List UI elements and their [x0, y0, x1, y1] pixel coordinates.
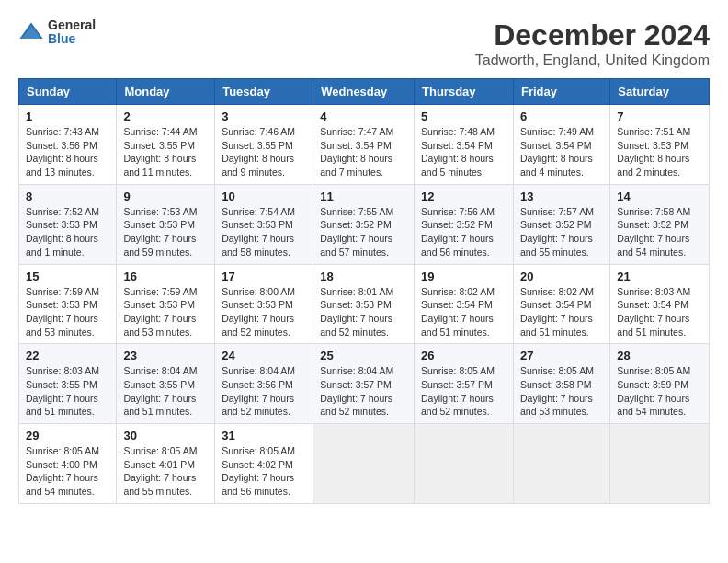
page-header: General Blue December 2024 Tadworth, Eng… [18, 18, 710, 69]
day-info: Sunrise: 7:47 AMSunset: 3:54 PMDaylight:… [320, 125, 407, 179]
weekday-header-saturday: Saturday [610, 79, 710, 105]
calendar-cell: 14Sunrise: 7:58 AMSunset: 3:52 PMDayligh… [610, 184, 710, 264]
calendar-cell: 11Sunrise: 7:55 AMSunset: 3:52 PMDayligh… [313, 184, 415, 264]
day-number: 23 [123, 349, 208, 362]
calendar-cell [313, 424, 415, 504]
day-info: Sunrise: 7:51 AMSunset: 3:53 PMDaylight:… [617, 125, 702, 179]
day-number: 1 [26, 109, 109, 123]
day-info: Sunrise: 7:54 AMSunset: 3:53 PMDaylight:… [222, 205, 306, 259]
day-number: 15 [26, 270, 109, 283]
calendar-cell: 15Sunrise: 7:59 AMSunset: 3:53 PMDayligh… [19, 264, 117, 344]
day-number: 8 [26, 190, 109, 203]
calendar-cell: 28Sunrise: 8:05 AMSunset: 3:59 PMDayligh… [610, 344, 710, 424]
calendar-cell: 24Sunrise: 8:04 AMSunset: 3:56 PMDayligh… [215, 344, 313, 424]
day-number: 18 [320, 270, 407, 283]
day-info: Sunrise: 7:53 AMSunset: 3:53 PMDaylight:… [123, 205, 208, 259]
calendar-cell: 10Sunrise: 7:54 AMSunset: 3:53 PMDayligh… [215, 184, 313, 264]
day-info: Sunrise: 7:56 AMSunset: 3:52 PMDaylight:… [421, 205, 506, 259]
logo-text: General Blue [48, 18, 96, 47]
calendar-cell: 13Sunrise: 7:57 AMSunset: 3:52 PMDayligh… [513, 184, 609, 264]
day-info: Sunrise: 7:43 AMSunset: 3:56 PMDaylight:… [26, 125, 109, 179]
day-info: Sunrise: 8:05 AMSunset: 4:01 PMDaylight:… [123, 444, 208, 499]
day-info: Sunrise: 8:03 AMSunset: 3:55 PMDaylight:… [26, 364, 109, 419]
day-info: Sunrise: 7:55 AMSunset: 3:52 PMDaylight:… [320, 205, 407, 259]
calendar-week-row: 1Sunrise: 7:43 AMSunset: 3:56 PMDaylight… [19, 105, 710, 185]
day-info: Sunrise: 8:02 AMSunset: 3:54 PMDaylight:… [520, 285, 603, 339]
calendar-cell: 16Sunrise: 7:59 AMSunset: 3:53 PMDayligh… [117, 264, 215, 344]
calendar-cell: 2Sunrise: 7:44 AMSunset: 3:55 PMDaylight… [117, 105, 215, 185]
day-number: 12 [421, 190, 506, 203]
day-info: Sunrise: 8:04 AMSunset: 3:57 PMDaylight:… [320, 364, 407, 419]
day-number: 16 [123, 270, 208, 283]
day-number: 21 [617, 270, 702, 283]
day-number: 6 [520, 109, 603, 123]
day-number: 30 [123, 429, 208, 442]
logo-general: General [48, 18, 96, 32]
calendar-cell: 26Sunrise: 8:05 AMSunset: 3:57 PMDayligh… [415, 344, 514, 424]
weekday-header-monday: Monday [117, 79, 215, 105]
day-info: Sunrise: 7:49 AMSunset: 3:54 PMDaylight:… [520, 125, 603, 179]
day-info: Sunrise: 8:01 AMSunset: 3:53 PMDaylight:… [320, 285, 407, 339]
day-number: 2 [123, 109, 208, 123]
calendar-cell: 5Sunrise: 7:48 AMSunset: 3:54 PMDaylight… [415, 105, 514, 185]
day-info: Sunrise: 8:04 AMSunset: 3:55 PMDaylight:… [123, 364, 208, 419]
day-number: 4 [320, 109, 407, 123]
logo-blue: Blue [48, 32, 96, 46]
day-number: 28 [617, 349, 702, 362]
calendar-cell: 29Sunrise: 8:05 AMSunset: 4:00 PMDayligh… [19, 424, 117, 504]
day-number: 14 [617, 190, 702, 203]
calendar-cell: 21Sunrise: 8:03 AMSunset: 3:54 PMDayligh… [610, 264, 710, 344]
day-number: 25 [320, 349, 407, 362]
day-number: 22 [26, 349, 109, 362]
calendar-cell: 23Sunrise: 8:04 AMSunset: 3:55 PMDayligh… [117, 344, 215, 424]
day-number: 26 [421, 349, 506, 362]
weekday-header-wednesday: Wednesday [313, 79, 415, 105]
day-info: Sunrise: 7:44 AMSunset: 3:55 PMDaylight:… [123, 125, 208, 179]
weekday-header-friday: Friday [513, 79, 609, 105]
weekday-header-sunday: Sunday [19, 79, 117, 105]
day-number: 24 [222, 349, 306, 362]
calendar-week-row: 29Sunrise: 8:05 AMSunset: 4:00 PMDayligh… [19, 424, 710, 504]
day-number: 29 [26, 429, 109, 442]
day-info: Sunrise: 7:57 AMSunset: 3:52 PMDaylight:… [520, 205, 603, 259]
day-info: Sunrise: 7:46 AMSunset: 3:55 PMDaylight:… [222, 125, 306, 179]
title-block: December 2024 Tadworth, England, United … [475, 18, 710, 69]
weekday-header-thursday: Thursday [415, 79, 514, 105]
calendar-cell [513, 424, 609, 504]
day-number: 7 [617, 109, 702, 123]
day-info: Sunrise: 8:05 AMSunset: 3:58 PMDaylight:… [520, 364, 603, 419]
day-number: 3 [222, 109, 306, 123]
day-info: Sunrise: 7:52 AMSunset: 3:53 PMDaylight:… [26, 205, 109, 259]
logo-icon [18, 19, 44, 45]
calendar-cell: 17Sunrise: 8:00 AMSunset: 3:53 PMDayligh… [215, 264, 313, 344]
day-number: 20 [520, 270, 603, 283]
calendar-cell [415, 424, 514, 504]
day-number: 10 [222, 190, 306, 203]
day-number: 31 [222, 429, 306, 442]
calendar-cell: 12Sunrise: 7:56 AMSunset: 3:52 PMDayligh… [415, 184, 514, 264]
day-number: 9 [123, 190, 208, 203]
calendar-cell: 8Sunrise: 7:52 AMSunset: 3:53 PMDaylight… [19, 184, 117, 264]
day-number: 13 [520, 190, 603, 203]
calendar-week-row: 15Sunrise: 7:59 AMSunset: 3:53 PMDayligh… [19, 264, 710, 344]
calendar: SundayMondayTuesdayWednesdayThursdayFrid… [18, 78, 710, 504]
day-info: Sunrise: 8:00 AMSunset: 3:53 PMDaylight:… [222, 285, 306, 339]
calendar-cell: 9Sunrise: 7:53 AMSunset: 3:53 PMDaylight… [117, 184, 215, 264]
day-info: Sunrise: 7:59 AMSunset: 3:53 PMDaylight:… [123, 285, 208, 339]
calendar-cell: 7Sunrise: 7:51 AMSunset: 3:53 PMDaylight… [610, 105, 710, 185]
day-info: Sunrise: 8:02 AMSunset: 3:54 PMDaylight:… [421, 285, 506, 339]
calendar-cell: 6Sunrise: 7:49 AMSunset: 3:54 PMDaylight… [513, 105, 609, 185]
location: Tadworth, England, United Kingdom [475, 52, 710, 69]
day-info: Sunrise: 8:04 AMSunset: 3:56 PMDaylight:… [222, 364, 306, 419]
calendar-cell: 31Sunrise: 8:05 AMSunset: 4:02 PMDayligh… [215, 424, 313, 504]
day-info: Sunrise: 8:05 AMSunset: 3:57 PMDaylight:… [421, 364, 506, 419]
day-info: Sunrise: 8:05 AMSunset: 3:59 PMDaylight:… [617, 364, 702, 419]
calendar-week-row: 8Sunrise: 7:52 AMSunset: 3:53 PMDaylight… [19, 184, 710, 264]
calendar-cell: 22Sunrise: 8:03 AMSunset: 3:55 PMDayligh… [19, 344, 117, 424]
weekday-header-tuesday: Tuesday [215, 79, 313, 105]
day-number: 27 [520, 349, 603, 362]
calendar-cell: 19Sunrise: 8:02 AMSunset: 3:54 PMDayligh… [415, 264, 514, 344]
day-number: 17 [222, 270, 306, 283]
calendar-cell: 20Sunrise: 8:02 AMSunset: 3:54 PMDayligh… [513, 264, 609, 344]
logo: General Blue [18, 18, 96, 47]
